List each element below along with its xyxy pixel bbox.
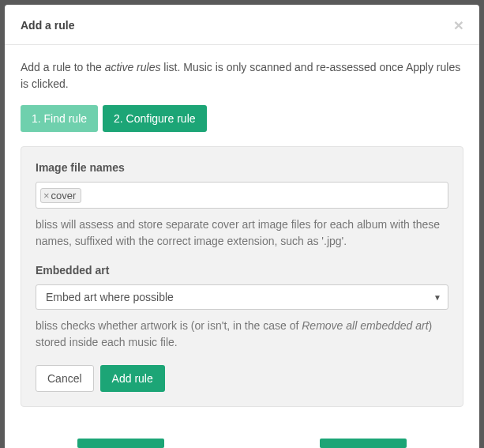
image-file-names-label: Image file names <box>36 161 448 174</box>
cancel-button[interactable]: Cancel <box>36 365 94 392</box>
image-file-names-input[interactable]: × cover <box>36 182 448 209</box>
embedded-art-select[interactable]: Embed art where possible <box>36 284 448 310</box>
tag-cover[interactable]: × cover <box>40 188 81 203</box>
step-configure-rule[interactable]: 2. Configure rule <box>103 105 207 132</box>
configure-panel: Image file names × cover bliss will asse… <box>21 146 463 407</box>
action-row: Cancel Add rule <box>36 365 448 392</box>
embedded-art-label: Embedded art <box>36 264 448 277</box>
modal-body: Add a rule to the active rules list. Mus… <box>5 45 479 423</box>
embedded-help-pre: bliss checks whether artwork is (or isn'… <box>36 319 302 332</box>
embedded-art-select-wrap: Embed art where possible ▼ <box>36 284 448 310</box>
tag-remove-icon[interactable]: × <box>43 190 50 201</box>
add-rule-modal: Add a rule × Add a rule to the active ru… <box>5 5 479 448</box>
step-find-rule[interactable]: 1. Find rule <box>21 105 98 132</box>
modal-title: Add a rule <box>21 19 74 32</box>
intro-pre: Add a rule to the <box>21 61 105 73</box>
intro-em: active rules <box>105 61 161 73</box>
image-file-names-help: bliss will assess and store separate cov… <box>36 216 448 250</box>
embedded-art-help: bliss checks whether artwork is (or isn'… <box>36 318 448 351</box>
close-icon[interactable]: × <box>454 17 463 33</box>
modal-header: Add a rule × <box>5 5 479 45</box>
tag-label: cover <box>51 190 77 201</box>
add-rule-button[interactable]: Add rule <box>100 365 165 392</box>
embedded-help-em: Remove all embedded art <box>302 319 428 332</box>
wizard-steps: 1. Find rule 2. Configure rule <box>21 105 463 132</box>
intro-text: Add a rule to the active rules list. Mus… <box>21 59 463 92</box>
